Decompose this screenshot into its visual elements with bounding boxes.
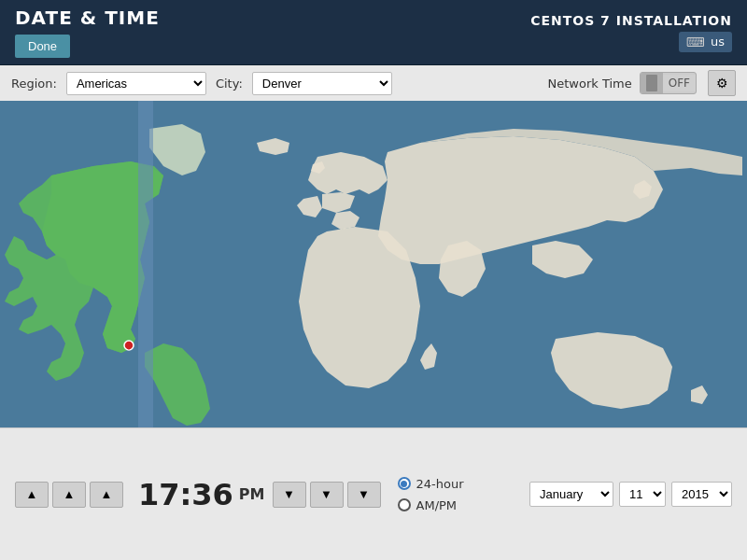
hours-up-button[interactable]: ▲ [15,482,49,508]
time-format-options: 24-hour AM/PM [398,477,464,512]
month-select[interactable]: January February March April May June Ju… [529,482,613,507]
time-display: 17:36 PM [138,477,265,512]
city-label: City: [216,77,243,91]
format-ampm-label: AM/PM [416,498,458,512]
down-arrow-icon-3: ▼ [358,487,370,501]
format-ampm-option[interactable]: AM/PM [398,498,464,512]
down-arrow-icon-2: ▼ [320,487,332,501]
page-title: DATE & TIME [15,7,160,29]
toggle-track [641,73,663,93]
down-arrow-icon: ▼ [283,487,295,501]
minutes-down-button[interactable]: ▼ [310,482,344,508]
hours-down-button[interactable]: ▼ [273,482,306,508]
gear-button[interactable]: ⚙ [708,70,736,96]
time-spinners: ▲ ▲ ▲ [15,482,123,508]
header-right: CENTOS 7 INSTALLATION ⌨ us [530,13,732,52]
spinner-down-row: ▼ ▼ ▼ [273,482,381,508]
format-ampm-radio[interactable] [398,498,411,511]
up-arrow-icon-2: ▲ [63,487,76,501]
up-arrow-icon: ▲ [26,487,38,501]
format-24h-option[interactable]: 24-hour [398,477,464,491]
minutes-up-button[interactable]: ▲ [52,482,86,508]
ampm-display: PM [239,485,265,503]
network-time-toggle[interactable]: OFF [640,72,697,94]
format-24h-label: 24-hour [416,477,464,491]
toggle-off-label: OFF [663,75,696,91]
seconds-down-button[interactable]: ▼ [347,482,381,508]
network-time-section: Network Time OFF ⚙ [548,70,736,96]
seconds-up-button[interactable]: ▲ [90,482,123,508]
time-text: 17:36 [138,477,233,512]
header: DATE & TIME Done CENTOS 7 INSTALLATION ⌨… [0,0,747,65]
year-select[interactable]: 2013 2014 2015 2016 2017 [671,482,732,507]
day-select[interactable]: 11 [619,482,666,507]
keyboard-row[interactable]: ⌨ us [679,32,732,52]
network-time-label: Network Time [548,77,632,91]
region-label: Region: [11,77,57,91]
up-arrow-icon-3: ▲ [101,487,113,501]
date-selectors: January February March April May June Ju… [529,482,732,507]
format-24h-radio[interactable] [398,477,411,490]
timezone-line [138,101,153,427]
header-left: DATE & TIME Done [15,7,160,58]
bottom-bar: ▲ ▲ ▲ 17:36 PM ▼ ▼ ▼ [0,427,747,560]
keyboard-lang: us [711,35,725,49]
gear-icon: ⚙ [716,76,728,91]
controls-row: Region: Americas Europe Asia Africa Aust… [0,65,747,101]
world-map[interactable] [0,101,747,427]
map-svg[interactable] [0,101,747,427]
spinner-up-row: ▲ ▲ ▲ [15,482,123,508]
time-spinners-down: ▼ ▼ ▼ [273,482,381,508]
keyboard-icon: ⌨ [686,35,705,49]
region-select[interactable]: Americas Europe Asia Africa Australia Pa… [66,72,206,95]
centos-title: CENTOS 7 INSTALLATION [530,13,732,28]
city-select[interactable]: Denver New York Los Angeles Chicago Hous… [252,72,392,95]
done-button[interactable]: Done [15,35,70,58]
